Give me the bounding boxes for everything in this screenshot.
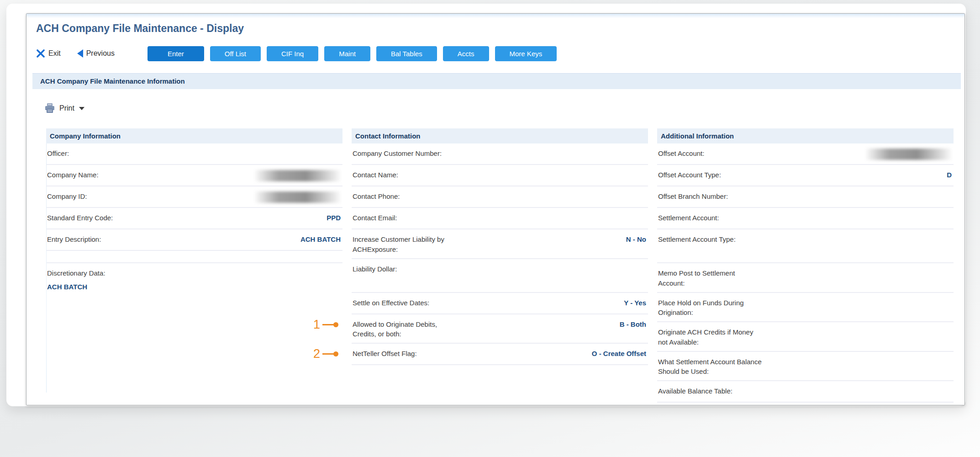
field-value: PPD: [327, 213, 341, 223]
print-button[interactable]: Print: [44, 103, 84, 114]
field-label: What Settlement Account Balance Should b…: [658, 357, 762, 377]
field-row: Standard Entry Code:PPD: [46, 208, 342, 229]
arrow-left-icon: [77, 49, 83, 58]
field-row: Increase Customer Liability by ACHExposu…: [352, 229, 648, 259]
toolbar-buttons: EnterOff ListCIF InqMaintBal TablesAccts…: [148, 46, 563, 61]
redacted-value: [254, 170, 341, 181]
annotation-marker-1: 1: [313, 319, 338, 331]
field-label: Liability Dollar:: [353, 264, 397, 274]
field-label: Originate ACH Credits if Money not Avail…: [658, 327, 753, 347]
field-label: Increase Customer Liability by ACHExposu…: [353, 234, 444, 255]
info-column: Company InformationOfficer:Company Name:…: [46, 128, 342, 403]
field-label: Settle on Effective Dates:: [353, 298, 429, 308]
field-label: Offset Account Type:: [658, 170, 721, 180]
redacted-value: [254, 191, 341, 203]
field-value: Y - Yes: [624, 298, 646, 308]
panel-title-band: ACH Company File Maintenance Information: [32, 73, 961, 89]
field-row: Company Customer Number:: [352, 143, 648, 165]
field-row: Settlement Account:: [657, 208, 954, 229]
toolbar-button-off-list[interactable]: Off List: [210, 46, 261, 61]
toolbar-button-enter[interactable]: Enter: [148, 46, 204, 61]
field-row: Liability Dollar:: [352, 259, 648, 293]
field-label: Settlement Account Type:: [658, 234, 736, 244]
field-row: Offset Branch Number:: [657, 186, 954, 208]
field-value: N - No: [626, 234, 646, 244]
field-label: Company ID:: [47, 191, 87, 202]
app-window: ACH Company File Maintenance - Display E…: [26, 13, 965, 405]
field-row: 1Allowed to Originate Debits, Credits, o…: [352, 314, 648, 344]
exit-label: Exit: [48, 49, 61, 58]
field-label: Offset Branch Number:: [658, 191, 728, 202]
column-header: Company Information: [46, 128, 342, 143]
field-label: Offset Account:: [658, 149, 704, 159]
printer-icon: [44, 103, 56, 114]
toolbar: Exit Previous EnterOff ListCIF InqMaintB…: [36, 46, 964, 61]
window-top-highlight: [26, 14, 964, 18]
toolbar-button-accts[interactable]: Accts: [443, 46, 489, 61]
field-value: ACH BATCH: [300, 234, 341, 244]
field-label: Place Hold on Funds During Origination:: [658, 298, 744, 318]
field-value: D: [947, 170, 952, 180]
field-label: Entry Description:: [47, 234, 101, 244]
annotation-number: 1: [313, 319, 320, 331]
field-label: Contact Name:: [353, 170, 398, 180]
field-label: Allowed to Originate Debits, Credits, or…: [353, 319, 437, 340]
exit-button[interactable]: Exit: [36, 49, 61, 58]
field-row: Settlement Account Type:: [657, 229, 954, 263]
annotation-dot: [333, 351, 338, 356]
annotation-marker-2: 2: [313, 348, 338, 360]
toolbar-button-cif-inq[interactable]: CIF Inq: [267, 46, 318, 61]
field-label: Settlement Account:: [658, 213, 719, 223]
info-column: Additional InformationOffset Account:Off…: [657, 128, 954, 403]
field-label: Memo Post to Settlement Account:: [658, 268, 735, 288]
field-label: Standard Entry Code:: [47, 213, 113, 223]
page-title: ACH Company File Maintenance - Display: [36, 21, 964, 35]
field-row: Officer:: [46, 143, 342, 165]
field-label: Available Balance Table:: [658, 386, 732, 396]
field-label: NetTeller Offset Flag:: [353, 349, 417, 359]
toolbar-button-more-keys[interactable]: More Keys: [495, 46, 557, 61]
chevron-down-icon: [79, 107, 84, 110]
content-left-rule: [46, 143, 47, 393]
field-row: [46, 251, 342, 263]
field-value: B - Both: [620, 319, 646, 329]
field-row: Offset Account:: [657, 143, 954, 165]
info-column: Contact InformationCompany Customer Numb…: [352, 128, 648, 403]
field-row: Discretionary Data:ACH BATCH: [46, 263, 342, 296]
field-row: Contact Email:: [352, 208, 648, 229]
column-header: Contact Information: [352, 128, 648, 143]
field-row: Entry Description:ACH BATCH: [46, 229, 342, 251]
field-label: Discretionary Data:: [47, 268, 198, 278]
field-row: Company ID:: [46, 186, 342, 208]
column-header: Additional Information: [657, 128, 954, 143]
previous-button[interactable]: Previous: [77, 49, 115, 58]
previous-label: Previous: [86, 49, 115, 58]
field-row: Available Balance Table:: [657, 381, 954, 403]
field-row: Originate ACH Credits if Money not Avail…: [657, 322, 954, 352]
field-row: Place Hold on Funds During Origination:: [657, 293, 954, 323]
toolbar-button-bal-tables[interactable]: Bal Tables: [376, 46, 437, 61]
field-row: What Settlement Account Balance Should b…: [657, 352, 954, 382]
screenshot-page: ACH Company File Maintenance - Display E…: [0, 0, 980, 457]
toolbar-button-maint[interactable]: Maint: [324, 46, 370, 61]
field-row: Settle on Effective Dates:Y - Yes: [352, 293, 648, 314]
field-value: ACH BATCH: [47, 282, 341, 292]
field-label: Contact Email:: [353, 213, 397, 223]
columns: Company InformationOfficer:Company Name:…: [46, 128, 954, 403]
print-label: Print: [59, 104, 74, 112]
field-label: Company Name:: [47, 170, 99, 180]
annotation-line: [322, 324, 334, 325]
redacted-value: [865, 149, 952, 160]
field-label: Officer:: [47, 149, 69, 159]
field-label: Contact Phone:: [353, 191, 400, 202]
field-label: Company Customer Number:: [353, 149, 442, 159]
field-row: Contact Name:: [352, 165, 648, 186]
field-row: Offset Account Type:D: [657, 165, 954, 186]
annotation-dot: [333, 322, 338, 327]
field-row: Company Name:: [46, 165, 342, 186]
print-row: Print: [44, 99, 964, 117]
field-value: O - Create Offset: [592, 349, 646, 359]
field-row: Memo Post to Settlement Account:: [657, 263, 954, 293]
annotation-number: 2: [313, 348, 320, 360]
close-x-icon: [36, 49, 45, 58]
